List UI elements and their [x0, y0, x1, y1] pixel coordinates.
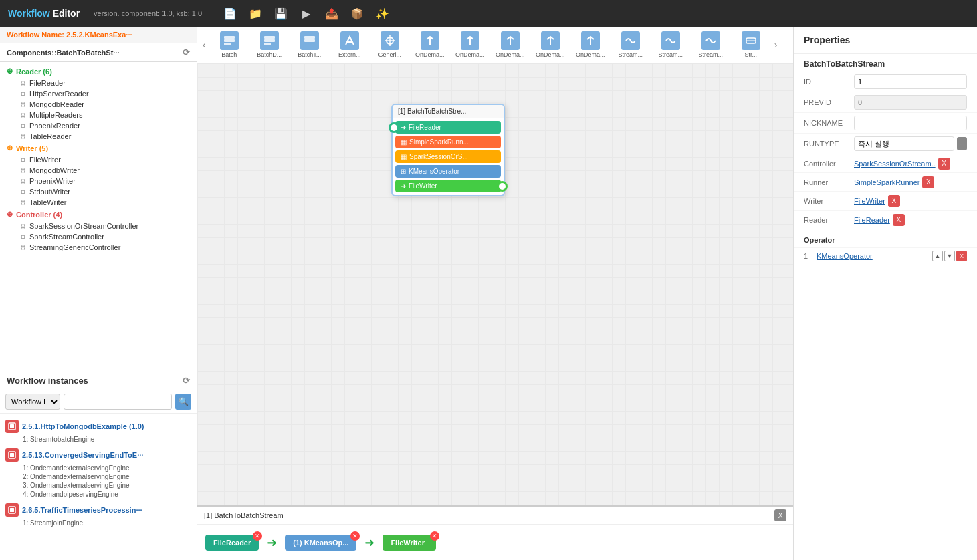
operator-link-kmeans[interactable]: KMeansOperator — [817, 252, 930, 260]
runtype-more-button[interactable]: ··· — [957, 137, 967, 150]
toolbar-item-batch[interactable]: Batch — [210, 28, 249, 61]
instance-sub-item[interactable]: 3: OndemandexternalservingEngine — [0, 481, 197, 490]
list-item[interactable]: ⚙PhoenixReader — [0, 120, 197, 131]
toolbar-item-stream3[interactable]: Stream... — [691, 28, 730, 61]
list-item[interactable]: ⚙MultipleReaders — [0, 110, 197, 120]
bottom-bar-content: ✕ FileReader ➜ ✕ (1) KMeansOp... ➜ ✕ Fil… — [197, 525, 793, 560]
instance-sub-item[interactable]: 4: OndemandpipeservingEngine — [0, 490, 197, 499]
toolbar-item-batchd[interactable]: BatchD... — [250, 28, 289, 61]
list-item[interactable]: ⚙SparkStreamController — [0, 231, 197, 242]
stream2-label: Stream... — [658, 51, 683, 58]
prop-label-id: ID — [804, 78, 854, 86]
exec-close-operator[interactable]: ✕ — [350, 531, 360, 541]
prop-input-previd[interactable] — [854, 95, 967, 110]
instances-filter-dropdown[interactable]: Workflow I — [5, 394, 60, 410]
node-component-runner[interactable]: ▦ SimpleSparkRunn... — [395, 136, 501, 148]
exec-node-filewriter: ✕ FileWriter — [383, 535, 436, 551]
toolbar-item-str[interactable]: Str... — [732, 28, 770, 61]
instance-item[interactable]: 2.5.13.ConvergedServingEndToE··· — [0, 446, 197, 464]
list-item[interactable]: ⚙FileReader — [0, 78, 197, 88]
list-item[interactable]: ⚙HttpServerReader — [0, 88, 197, 99]
node-component-controller[interactable]: ▦ SparkSessionOrS... — [395, 150, 501, 163]
list-item[interactable]: ⚙FileWriter — [0, 154, 197, 165]
operator-delete-button[interactable]: X — [956, 251, 967, 261]
components-refresh-icon[interactable]: ⟳ — [183, 47, 190, 57]
prop-input-nickname[interactable] — [854, 116, 967, 130]
grid-icon: ⊞ — [401, 168, 406, 175]
controller-group-label: Controller (4) — [16, 211, 62, 219]
prop-input-id[interactable] — [854, 74, 967, 89]
toolbar-prev-button[interactable]: ‹ — [200, 37, 209, 53]
open-folder-button[interactable]: 📁 — [246, 4, 265, 23]
prop-link-runner[interactable]: SimpleSparkRunner — [854, 178, 919, 186]
list-item[interactable]: ⚙TableWriter — [0, 197, 197, 208]
toolbar-item-ondema2[interactable]: OnDema... — [451, 28, 490, 61]
toolbar-item-batcht[interactable]: BatchT... — [290, 28, 329, 61]
node-component-operator[interactable]: ⊞ KMeansOperator — [395, 165, 501, 178]
instance-group-3: 2.6.5.TrafficTimeseriesProcessin··· 1: S… — [0, 500, 197, 529]
gear-icon: ⚙ — [20, 101, 26, 108]
toolbar-next-button[interactable]: › — [772, 37, 780, 53]
exec-box-filewriter[interactable]: ✕ FileWriter — [383, 535, 436, 551]
list-item[interactable]: ⚙MongodbWriter — [0, 165, 197, 176]
app-header: Workflow Editor version. component: 1.0,… — [0, 0, 977, 27]
toolbar-item-ondema3[interactable]: OnDema... — [491, 28, 530, 61]
gear-icon: ⚙ — [20, 90, 26, 98]
canvas-area[interactable]: [1] BatchToBatchStre... ➜ FileReader ▦ S… — [197, 63, 793, 505]
tree-group-reader-header[interactable]: ⊕ Reader (6) — [0, 65, 197, 78]
prop-link-controller[interactable]: SparkSessionOrStream.. — [854, 160, 936, 168]
toolbar-item-generi[interactable]: Generi... — [370, 28, 409, 61]
new-doc-button[interactable]: 📄 — [221, 4, 239, 23]
list-item[interactable]: ⚙SparkSessionOrStreamController — [0, 221, 197, 231]
save-button[interactable]: 💾 — [272, 4, 290, 23]
exec-box-filereader[interactable]: ✕ FileReader — [205, 535, 259, 551]
toolbar-item-stream2[interactable]: Stream... — [651, 28, 690, 61]
instances-title: Workflow instances — [7, 376, 88, 386]
toolbar-item-extern[interactable]: Extern... — [330, 28, 369, 61]
toolbar-item-ondema4[interactable]: OnDema... — [531, 28, 570, 61]
instances-search-button[interactable]: 🔍 — [175, 394, 191, 410]
list-item[interactable]: ⚙TableReader — [0, 131, 197, 142]
prop-input-runtype[interactable] — [854, 136, 954, 151]
toolbar-item-stream1[interactable]: Stream... — [611, 28, 650, 61]
instances-search-input[interactable] — [64, 394, 172, 410]
exec-close-filereader[interactable]: ✕ — [253, 531, 262, 541]
instance-sub-item[interactable]: 1: StreamjoinEngine — [0, 519, 197, 527]
list-item[interactable]: ⚙PhoenixWriter — [0, 176, 197, 186]
bottom-bar-close-button[interactable]: X — [774, 509, 786, 521]
node-title: [1] BatchToBatchStre... — [393, 105, 504, 118]
instance-sub-item[interactable]: 1: StreamtobatchEngine — [0, 435, 197, 444]
export-right-button[interactable]: 📦 — [348, 4, 366, 23]
list-item[interactable]: ⚙StdoutWriter — [0, 186, 197, 197]
batch-icon — [220, 31, 239, 50]
prop-x-reader[interactable]: X — [893, 214, 905, 226]
node-component-writer[interactable]: ➜ FileWriter — [395, 180, 501, 192]
exec-close-filewriter[interactable]: ✕ — [430, 531, 439, 541]
prop-link-writer[interactable]: FileWriter — [854, 197, 885, 205]
workflow-node[interactable]: [1] BatchToBatchStre... ➜ FileReader ▦ S… — [391, 104, 505, 196]
operator-up-button[interactable]: ▲ — [932, 251, 943, 261]
export-up-button[interactable]: 📤 — [322, 4, 341, 23]
instance-item[interactable]: 2.5.1.HttpToMongodbExample (1.0) — [0, 418, 197, 435]
list-item[interactable]: ⚙StreamingGenericController — [0, 242, 197, 253]
prop-x-writer[interactable]: X — [888, 195, 900, 207]
stream3-label: Stream... — [698, 51, 723, 58]
tree-group-controller-header[interactable]: ⊕ Controller (4) — [0, 208, 197, 221]
prop-x-runner[interactable]: X — [922, 176, 934, 188]
toolbar-item-ondema1[interactable]: OnDema... — [411, 28, 449, 61]
operator-down-button[interactable]: ▼ — [944, 251, 955, 261]
node-component-filereader[interactable]: ➜ FileReader — [395, 121, 501, 134]
list-item[interactable]: ⚙MongodbReader — [0, 99, 197, 110]
component-toolbar: ‹ Batch BatchD... BatchT... — [197, 27, 793, 63]
instances-refresh-icon[interactable]: ⟳ — [183, 376, 190, 386]
instance-item[interactable]: 2.6.5.TrafficTimeseriesProcessin··· — [0, 501, 197, 519]
prop-x-controller[interactable]: X — [938, 158, 950, 170]
toolbar-item-ondema5[interactable]: OnDema... — [571, 28, 610, 61]
instance-sub-item[interactable]: 1: OndemandexternalservingEngine — [0, 464, 197, 472]
prop-link-reader[interactable]: FileReader — [854, 216, 890, 224]
instance-sub-item[interactable]: 2: OndemandexternalservingEngine — [0, 472, 197, 481]
tree-group-writer-header[interactable]: ⊕ Writer (5) — [0, 142, 197, 154]
magic-wand-button[interactable]: ✨ — [373, 4, 392, 23]
exec-box-operator[interactable]: ✕ (1) KMeansOp... — [285, 535, 356, 551]
play-button[interactable]: ▶ — [297, 4, 316, 23]
